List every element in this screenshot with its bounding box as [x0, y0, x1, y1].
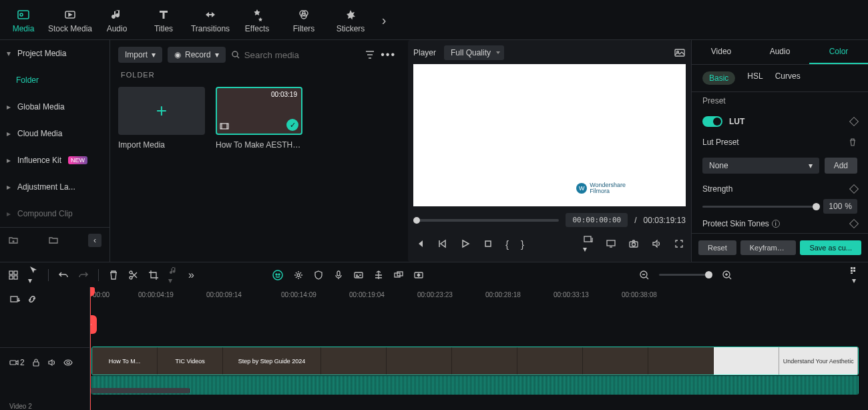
media-clip[interactable]: 00:03:19 ✓ How To Make AESTHE...: [216, 87, 302, 150]
volume-icon[interactable]: [651, 238, 662, 249]
camera-track-icon[interactable]: 2: [9, 358, 25, 367]
playhead[interactable]: [90, 287, 91, 410]
sidebar-item-global[interactable]: ▸Global Media: [0, 93, 110, 120]
shield-icon[interactable]: [313, 270, 324, 280]
horizontal-scrollbar[interactable]: [90, 388, 190, 393]
group-icon[interactable]: [393, 270, 404, 280]
subtitle-icon[interactable]: [353, 270, 364, 280]
ratio-icon[interactable]: ▾: [583, 234, 594, 254]
redo-icon[interactable]: [78, 270, 89, 280]
tab-media[interactable]: Media: [0, 0, 47, 40]
split-icon[interactable]: [128, 270, 139, 280]
delete-icon[interactable]: [108, 270, 119, 280]
subtab-basic[interactable]: Basic: [702, 71, 735, 85]
add-button[interactable]: Add: [825, 158, 857, 174]
strength-slider[interactable]: [702, 206, 817, 208]
sidebar-item-adjustment[interactable]: ▸Adjustment La...: [0, 174, 110, 200]
lut-toggle[interactable]: [702, 116, 722, 127]
watermark-icon: W: [576, 183, 587, 194]
sparkle-icon[interactable]: [293, 270, 304, 280]
keyframe-diamond[interactable]: [849, 219, 859, 228]
mark-in-icon[interactable]: {: [505, 238, 509, 250]
tab-audio[interactable]: Audio: [93, 0, 140, 40]
keyframe-panel-button[interactable]: Keyframe P...: [740, 240, 797, 255]
tab-effects[interactable]: Effects: [234, 0, 280, 40]
strength-value[interactable]: 100%: [823, 199, 857, 214]
sidebar-folder[interactable]: Folder: [0, 67, 110, 93]
track-manager-icon[interactable]: [8, 270, 19, 280]
import-button[interactable]: Import▾: [118, 47, 162, 63]
link-icon[interactable]: [27, 294, 37, 304]
scrub-bar[interactable]: [413, 219, 559, 222]
play-reverse-icon[interactable]: [437, 238, 448, 249]
save-custom-button[interactable]: Save as cu...: [800, 240, 861, 255]
lock-icon[interactable]: [31, 358, 41, 367]
cursor-icon[interactable]: ▾: [28, 265, 39, 285]
tab-titles[interactable]: Titles: [140, 0, 187, 40]
lock-badge-icon[interactable]: [90, 315, 97, 334]
snapshot-icon[interactable]: [674, 47, 686, 59]
subtab-curves[interactable]: Curves: [775, 71, 801, 85]
tab-color[interactable]: Color: [809, 40, 868, 64]
filter-icon[interactable]: [365, 49, 375, 60]
reset-button[interactable]: Reset: [698, 240, 736, 255]
add-track-icon[interactable]: [9, 294, 20, 304]
tab-stock-media[interactable]: Stock Media: [47, 0, 93, 40]
prev-frame-icon[interactable]: [415, 238, 425, 249]
folder-icon[interactable]: [48, 235, 59, 246]
music-icon[interactable]: ▾: [168, 265, 179, 285]
keyframe-icon[interactable]: [413, 270, 424, 280]
import-media-tile[interactable]: + Import Media: [118, 87, 205, 150]
sidebar-item-compound[interactable]: ▸Compound Clip: [0, 200, 110, 227]
view-mode-icon[interactable]: ▾: [849, 265, 860, 285]
play-icon[interactable]: [460, 238, 471, 249]
tab-audio-insp[interactable]: Audio: [750, 40, 809, 64]
marker-icon[interactable]: [373, 270, 384, 280]
svg-rect-34: [851, 272, 853, 274]
audio-waveform[interactable]: [91, 376, 859, 395]
display-icon[interactable]: [606, 238, 616, 249]
trash-icon[interactable]: [848, 138, 857, 147]
time-current[interactable]: 00:00:00:00: [566, 213, 628, 227]
quality-select[interactable]: Full Quality: [444, 45, 504, 60]
tab-filters[interactable]: Filters: [280, 0, 327, 40]
keyframe-diamond[interactable]: [849, 184, 859, 194]
more-tools-icon[interactable]: »: [188, 269, 194, 281]
camera-icon[interactable]: [628, 238, 639, 249]
svg-point-19: [130, 271, 132, 274]
mark-out-icon[interactable]: }: [521, 238, 524, 250]
ai-icon[interactable]: [272, 269, 284, 281]
tab-label: Stickers: [337, 24, 365, 33]
stop-icon[interactable]: [483, 238, 493, 249]
tab-transitions[interactable]: Transitions: [187, 0, 234, 40]
video-clip[interactable]: How To M... TIC Videos Step by Step Guid…: [91, 347, 859, 375]
tab-stickers[interactable]: Stickers: [327, 0, 374, 40]
visibility-icon[interactable]: [63, 358, 73, 367]
undo-icon[interactable]: [58, 270, 69, 280]
svg-rect-37: [11, 296, 17, 302]
info-icon[interactable]: i: [772, 220, 780, 228]
lut-preset-select[interactable]: None▾: [702, 158, 819, 174]
protect-skin-label: Protect Skin Tones: [702, 219, 769, 228]
timeline-ruler[interactable]: 00:00 00:00:04:19 00:00:09:14 00:00:14:0…: [90, 287, 868, 302]
mic-icon[interactable]: [333, 270, 344, 280]
zoom-slider[interactable]: [659, 274, 712, 276]
collapse-sidebar[interactable]: ‹: [88, 234, 101, 247]
search-input[interactable]: [244, 50, 359, 60]
sidebar-item-cloud[interactable]: ▸Cloud Media: [0, 120, 110, 147]
fullscreen-icon[interactable]: [674, 238, 684, 249]
zoom-out-icon[interactable]: [639, 270, 650, 280]
mute-icon[interactable]: [47, 358, 57, 367]
preview-canvas[interactable]: WWondershare Filmora: [413, 64, 686, 206]
add-folder-icon[interactable]: [8, 235, 19, 246]
crop-icon[interactable]: [148, 270, 159, 280]
tab-video[interactable]: Video: [692, 40, 750, 64]
sidebar-item-influence[interactable]: ▸Influence KitNEW: [0, 147, 110, 174]
toolbar-more[interactable]: ›: [374, 0, 394, 40]
sidebar-project-media[interactable]: ▾Project Media: [0, 40, 110, 67]
subtab-hsl[interactable]: HSL: [747, 71, 763, 85]
more-icon[interactable]: •••: [381, 49, 396, 61]
record-button[interactable]: ◉Record▾: [168, 47, 226, 63]
keyframe-diamond[interactable]: [849, 117, 859, 126]
zoom-in-icon[interactable]: [722, 270, 732, 280]
